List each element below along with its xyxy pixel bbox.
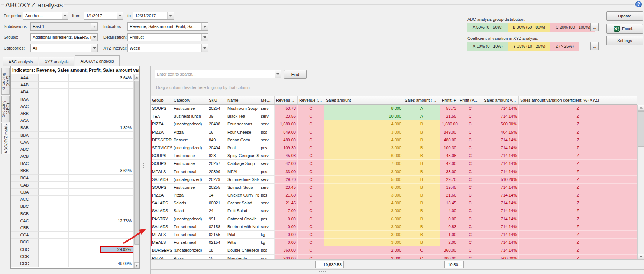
- chevron-down-icon[interactable]: [91, 34, 97, 41]
- table-row[interactable]: SOUPSFirst course20254Mushroom Soupserv5…: [151, 105, 637, 112]
- matrix-row[interactable]: CBB: [11, 224, 133, 232]
- matrix-row[interactable]: BBB3.64%: [11, 167, 133, 174]
- matrix-row[interactable]: BCA: [11, 175, 133, 182]
- table-row[interactable]: MEALSFor set meal20399MEALpcs33.00C3.000…: [151, 168, 637, 176]
- matrix-row[interactable]: AAC: [11, 103, 133, 110]
- matrix-row[interactable]: BAB1.82%: [11, 124, 133, 131]
- table-row[interactable]: SALADSSalads00021Caesar Saladserv21.45C4…: [151, 199, 637, 207]
- matrix-value-cell[interactable]: [100, 210, 133, 217]
- table-row[interactable]: SOUPSFirst course823Spicy Georgian Soups…: [151, 152, 637, 160]
- matrix-row[interactable]: ABA: [11, 89, 133, 96]
- matrix-row[interactable]: CAB: [11, 182, 133, 189]
- column-header-sales-amount[interactable]: Sales amount: [324, 96, 403, 104]
- column-header-profit[interactable]: Profit, ₽: [440, 96, 458, 104]
- matrix-value-cell[interactable]: [100, 196, 133, 203]
- abc-legend-more-button[interactable]: ...: [590, 23, 599, 31]
- xyz-legend-more-button[interactable]: ...: [590, 42, 599, 50]
- matrix-value-cell[interactable]: [100, 153, 133, 160]
- matrix-value-cell[interactable]: [100, 224, 133, 232]
- matrix-value-cell[interactable]: 12.73%: [100, 217, 133, 224]
- matrix-row[interactable]: CCB: [11, 253, 133, 260]
- matrix-row[interactable]: BCC: [11, 239, 133, 246]
- table-row[interactable]: TEABusiness lunch39Black Teaserv23.55C10…: [151, 112, 637, 120]
- scroll-down-icon[interactable]: [638, 254, 644, 259]
- column-header-sales-amount-variation-coefficient-xyz[interactable]: Sales amount variation coefficient, % (X…: [519, 96, 637, 104]
- matrix-row[interactable]: CAA: [11, 139, 133, 146]
- categories-select[interactable]: All: [30, 44, 98, 52]
- groups-select[interactable]: Additional ingredients, BEERS, BEV...: [30, 33, 98, 41]
- matrix-value-cell[interactable]: [100, 253, 133, 260]
- chevron-down-icon[interactable]: [275, 70, 281, 78]
- matrix-row[interactable]: CCA: [11, 232, 133, 239]
- detailisation-select[interactable]: Product: [127, 33, 208, 41]
- chevron-down-icon[interactable]: [201, 23, 208, 30]
- matrix-value-cell[interactable]: [100, 110, 133, 117]
- help-icon[interactable]: ?: [635, 1, 642, 7]
- table-row[interactable]: PIZZAPizza16Four-Cheesepcs849.00C3.000B8…: [151, 128, 637, 136]
- matrix-value-cell[interactable]: [100, 182, 133, 189]
- matrix-row[interactable]: ACC: [11, 196, 133, 203]
- matrix-value-cell[interactable]: [100, 146, 133, 153]
- excel-button[interactable]: X Excel...: [606, 24, 643, 34]
- period-select[interactable]: Another...: [23, 12, 68, 20]
- chevron-down-icon[interactable]: [117, 12, 123, 19]
- table-row[interactable]: SALADSSalad24Fruit Saladserv7.00C3.000B4…: [151, 207, 637, 215]
- matrix-row[interactable]: CCC49.09%: [11, 260, 133, 267]
- table-row[interactable]: BURGERS(uncategorized)18Double Cheesebur…: [151, 246, 637, 254]
- matrix-value-cell[interactable]: 1.82%: [100, 124, 133, 131]
- matrix-row[interactable]: BAA: [11, 96, 133, 103]
- find-button[interactable]: Find: [284, 70, 307, 79]
- chevron-down-icon[interactable]: [167, 12, 174, 19]
- table-row[interactable]: SOUPSFirst course20257Cabbage Soupserv42…: [151, 160, 637, 168]
- chevron-down-icon[interactable]: [91, 23, 97, 30]
- table-row[interactable]: PIZZA(uncategorized)20408Four seasonsser…: [151, 120, 637, 128]
- column-header-profit-abc[interactable]: Profit (ABC): [458, 96, 482, 104]
- side-tab-abc-xyz-matrix[interactable]: ABC/XYZ matrix: [1, 123, 10, 154]
- subdivisions-select[interactable]: East-1: [30, 22, 98, 31]
- scrollbar-thumb[interactable]: [134, 81, 139, 245]
- matrix-row[interactable]: CBA: [11, 189, 133, 196]
- table-row[interactable]: SALADSFor set meal02158Beetroot with Nut…: [151, 223, 637, 231]
- column-header-revenue[interactable]: Revenue, ₽: [275, 96, 298, 104]
- indicators-select[interactable]: Revenue, Sales amount, Profit, Sa...: [127, 22, 208, 31]
- table-row[interactable]: MEALSFor set meal02154Pittakg0.00C3.000B…: [151, 239, 637, 246]
- matrix-value-cell[interactable]: [100, 189, 133, 196]
- matrix-value-cell[interactable]: [100, 89, 133, 96]
- horizontal-splitter[interactable]: [319, 271, 327, 272]
- tab-abc-analysis[interactable]: ABC analysis: [3, 57, 38, 66]
- matrix-value-cell[interactable]: [100, 203, 133, 210]
- matrix-value-cell[interactable]: [100, 117, 133, 124]
- side-tab-grouping-abc[interactable]: Grouping (ABC): [1, 96, 10, 122]
- grid-scrollbar[interactable]: [637, 105, 644, 259]
- matrix-row[interactable]: CBC29.09%: [11, 246, 133, 253]
- scroll-up-icon[interactable]: [134, 75, 139, 80]
- matrix-value-cell[interactable]: [100, 232, 133, 239]
- matrix-value-cell[interactable]: 3.64%: [100, 74, 133, 82]
- column-header-group[interactable]: Group: [151, 96, 172, 104]
- matrix-row[interactable]: ABC: [11, 146, 133, 153]
- matrix-scrollbar[interactable]: [133, 74, 139, 268]
- scroll-down-icon[interactable]: [134, 262, 139, 268]
- matrix-value-cell[interactable]: [100, 96, 133, 103]
- settings-button[interactable]: Settings: [606, 36, 643, 45]
- table-row[interactable]: SERVICES(uncategorized)20404Poolpcs109.3…: [151, 144, 637, 152]
- matrix-value-cell[interactable]: 49.09%: [100, 260, 133, 267]
- matrix-row[interactable]: BAC: [11, 160, 133, 167]
- tab-xyz-analysis[interactable]: XYZ analysis: [39, 57, 74, 66]
- matrix-value-cell[interactable]: 3.64%: [100, 167, 133, 174]
- vertical-splitter[interactable]: [143, 163, 144, 171]
- chevron-down-icon[interactable]: [201, 34, 208, 41]
- chevron-down-icon[interactable]: [62, 12, 68, 19]
- matrix-row[interactable]: AAB: [11, 82, 133, 89]
- matrix-value-cell[interactable]: [100, 132, 133, 139]
- side-tab-grouping-xyz[interactable]: Grouping (XYZ): [1, 68, 10, 95]
- column-header-revenue-abc[interactable]: Revenue (ABC): [298, 96, 324, 104]
- matrix-value-cell[interactable]: [100, 160, 133, 167]
- table-row[interactable]: SALADS(uncategorized)20279Summertime Sal…: [151, 176, 637, 184]
- table-row[interactable]: DESSERTSDessert849Panna Cottaserv480.00C…: [151, 136, 637, 144]
- matrix-row[interactable]: AAA3.64%: [11, 74, 133, 82]
- matrix-row[interactable]: ABB: [11, 110, 133, 117]
- matrix-row[interactable]: BCB: [11, 210, 133, 217]
- table-row[interactable]: PASTRY(uncategorized)991Oatmeal Cookiepc…: [151, 215, 637, 223]
- table-row[interactable]: SOUPSFirst course20255Spinach Soupserv23…: [151, 184, 637, 191]
